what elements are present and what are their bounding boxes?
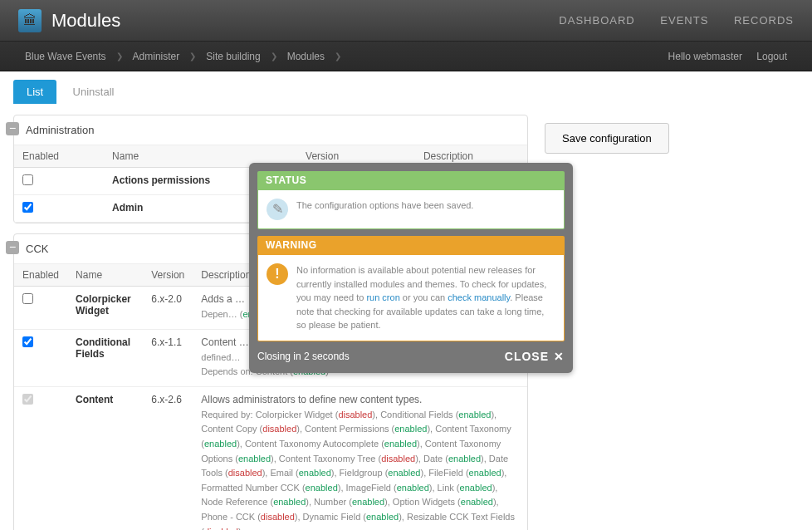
column-header: Enabled <box>14 145 104 168</box>
warning-heading: WARNING <box>257 236 565 254</box>
save-button[interactable]: Save configuration <box>545 123 669 154</box>
crumb-0[interactable]: Blue Wave Events <box>25 51 106 62</box>
collapse-icon[interactable]: − <box>6 241 19 254</box>
enable-checkbox[interactable] <box>22 202 33 213</box>
app-icon: 🏛 <box>18 9 42 32</box>
section-title: Administration <box>14 115 527 145</box>
column-header: Name <box>67 264 143 287</box>
run-cron-link[interactable]: run cron <box>366 292 399 302</box>
collapse-icon[interactable]: − <box>6 122 19 135</box>
nav-records[interactable]: RECORDS <box>734 14 794 27</box>
tab-uninstall[interactable]: Uninstall <box>60 80 128 104</box>
nav-dashboard[interactable]: DASHBOARD <box>559 14 634 27</box>
header-bar: 🏛 Modules DASHBOARD EVENTS RECORDS <box>0 0 812 42</box>
tabs: List Uninstall <box>13 80 528 105</box>
warning-icon: ! <box>267 263 288 285</box>
page-title: Modules <box>51 10 537 32</box>
status-heading: STATUS <box>257 171 565 189</box>
enable-checkbox[interactable] <box>22 394 33 405</box>
user-greeting[interactable]: Hello webmaster <box>668 51 742 62</box>
module-name: Conditional Fields <box>67 329 143 386</box>
module-version: 6.x-2.0 <box>143 287 193 330</box>
module-version: 6.x-2.6 <box>143 386 193 530</box>
column-header: Version <box>143 264 193 287</box>
enable-checkbox[interactable] <box>22 174 33 185</box>
column-header: Enabled <box>14 264 67 287</box>
warning-text: No information is available about potent… <box>296 263 555 332</box>
crumb-2[interactable]: Site building <box>206 51 260 62</box>
logout-link[interactable]: Logout <box>756 51 787 62</box>
check-icon: ✎ <box>267 199 288 220</box>
enable-checkbox[interactable] <box>22 336 33 347</box>
close-icon: ✕ <box>554 350 565 363</box>
enable-checkbox[interactable] <box>22 293 33 304</box>
status-text: The configuration options have been save… <box>296 199 473 213</box>
module-name: Content <box>67 386 143 530</box>
crumb-1[interactable]: Administer <box>133 51 180 62</box>
module-row: Content6.x-2.6Allows administrators to d… <box>14 386 527 530</box>
module-version: 6.x-1.1 <box>143 329 193 386</box>
message-overlay: STATUS ✎ The configuration options have … <box>249 163 573 373</box>
close-button[interactable]: CLOSE✕ <box>505 350 565 363</box>
check-manually-link[interactable]: check manually <box>448 292 510 302</box>
tab-list[interactable]: List <box>13 80 56 104</box>
nav-events[interactable]: EVENTS <box>660 14 708 27</box>
breadcrumb: Blue Wave Events❯ Administer❯ Site build… <box>0 42 812 71</box>
module-description: Allows administrators to define new cont… <box>193 386 527 530</box>
closing-text: Closing in 2 seconds <box>257 351 350 362</box>
crumb-3[interactable]: Modules <box>287 51 325 62</box>
module-name: Colorpicker Widget <box>67 287 143 330</box>
top-nav: DASHBOARD EVENTS RECORDS <box>537 14 794 27</box>
